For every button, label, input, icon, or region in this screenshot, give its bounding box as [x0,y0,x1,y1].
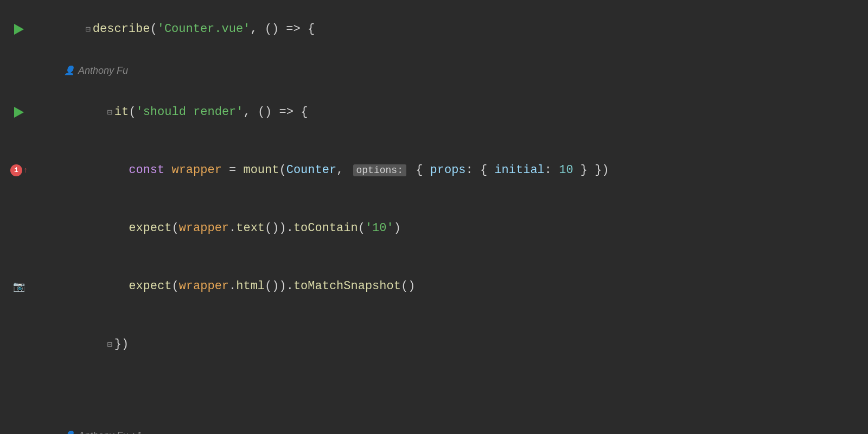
token-punc3: ( [129,105,136,119]
run-triangle-icon[interactable] [14,24,24,35]
error-arrow-1: ↑ [23,166,28,175]
token-dot-2: . [229,279,236,293]
token-wrapper-1: wrapper [171,163,221,177]
token-initial-1: initial [494,163,544,177]
token-paren-3: ( [358,221,365,235]
token-expect-2: expect [129,279,171,293]
token-const-1: const [129,163,171,177]
author-name-1: Anthony Fu [78,63,128,78]
token-paren-2: ( [171,221,178,235]
camera-icon[interactable]: 📷 [13,280,25,292]
code-const-wrapper-1: const wrapper = mount(Counter, options: … [81,142,868,198]
token-parens-1: ()). [265,221,293,235]
code-line-const-wrapper-1: i↑ const wrapper = mount(Counter, option… [0,141,868,199]
token-counter-1: Counter [286,163,336,177]
token-tocontain-1: toContain [293,221,358,235]
token-parens-3: () [401,279,415,293]
author-name-2: Anthony Fu +1 [78,429,142,435]
token-str-10: '10' [365,221,394,235]
token-describe-kw: describe [93,22,150,36]
code-line-expect-text-1: expect(wrapper.text()).toContain('10') [0,199,868,257]
code-line-describe: ⊟describe('Counter.vue', () => { [0,0,868,58]
fold-icon-3[interactable]: ⊟ [107,340,112,350]
token-expect-1: expect [129,221,171,235]
code-line-expect-html: 📷 expect(wrapper.html()).toMatchSnapshot… [0,257,868,315]
gutter-camera[interactable]: 📷 [0,280,38,292]
token-tomatchsnapshot: toMatchSnapshot [293,279,401,293]
token-colon-1: : { [466,163,495,177]
token-html: html [236,279,265,293]
token-wrapper-ref-2: wrapper [179,279,229,293]
author-icon-1: 👤 [64,64,75,77]
token-paren-4: ( [171,279,178,293]
author-text-2: 👤 Anthony Fu +1 [60,427,868,435]
token-comma-1: , [336,163,350,177]
fold-icon[interactable]: ⊟ [85,25,91,35]
author-line-2: 👤 Anthony Fu +1 [0,423,868,434]
options-badge-1: options: [353,164,406,176]
token-str: 'Counter.vue' [157,22,251,36]
fold-icon-2[interactable]: ⊟ [107,108,112,118]
gutter-error-1: i↑ [0,164,38,176]
code-line-it-render: ⊟it('should render', () => { [0,83,868,141]
code-close-it-1: ⊟}) [60,316,868,372]
blank-line-1 [0,373,868,398]
token-props-1: props [430,163,466,177]
token-parens-2: ()). [265,279,293,293]
token-colon-2: : [545,163,559,177]
token-brace-1: { [409,163,430,177]
token-num-10: 10 [559,163,573,177]
token-close-1: } }) [573,163,609,177]
token-eq-1: = [222,163,244,177]
code-it-render: ⊟it('should render', () => { [60,84,868,140]
token-punc2: , () => { [250,22,315,36]
token-punc: ( [150,22,157,36]
token-wrapper-ref-1: wrapper [179,221,229,235]
token-it: it [114,105,129,119]
token-dot-1: . [229,221,236,235]
run-triangle-icon-2[interactable] [14,107,24,118]
token-close-it: }) [114,337,129,351]
token-punc4: , () => { [244,105,308,119]
author-icon-2: 👤 [64,429,75,434]
code-editor: ⊟describe('Counter.vue', () => { 👤 Antho… [0,0,868,434]
blank-line-2 [0,398,868,423]
gutter-run-it1[interactable] [0,107,38,118]
author-line-1: 👤 Anthony Fu [0,58,868,83]
author-text-1: 👤 Anthony Fu [60,62,868,79]
token-text-1: text [236,221,265,235]
token-close-2: ) [394,221,401,235]
gutter-run-describe[interactable] [0,24,38,35]
token-paren-1: ( [279,163,286,177]
token-str-render: 'should render' [136,105,243,119]
token-mount-1: mount [243,163,279,177]
code-describe: ⊟describe('Counter.vue', () => { [38,1,868,57]
code-expect-html: expect(wrapper.html()).toMatchSnapshot() [81,258,868,314]
error-badge-1: i [10,164,22,176]
code-line-close-it-1: ⊟}) [0,315,868,373]
code-expect-text-1: expect(wrapper.text()).toContain('10') [81,200,868,256]
